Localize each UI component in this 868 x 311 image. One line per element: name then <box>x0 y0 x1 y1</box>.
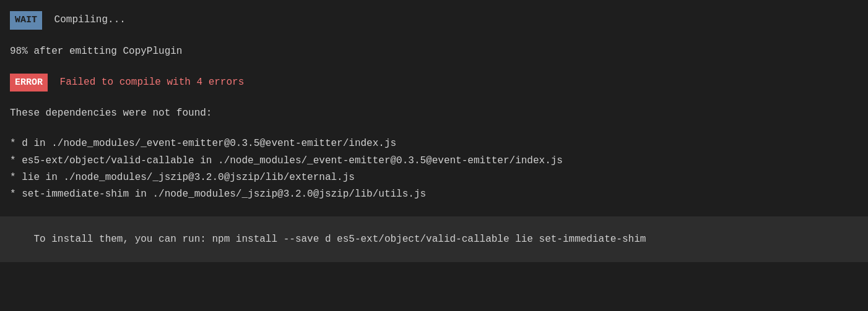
dep-item-text-4: * set-immediate-shim in ./node_modules/_… <box>10 186 426 203</box>
dep-item-4: * set-immediate-shim in ./node_modules/_… <box>10 186 858 203</box>
dep-item-text-3: * lie in ./node_modules/_jszip@3.2.0@jsz… <box>10 169 355 186</box>
deps-header-text: These dependencies were not found: <box>10 105 212 122</box>
error-badge: ERROR <box>10 74 48 92</box>
install-line: To install them, you can run: npm instal… <box>0 216 868 262</box>
terminal-output: WAIT Compiling... 98% after emitting Cop… <box>0 0 868 311</box>
percent-text: 98% after emitting CopyPlugin <box>10 43 182 60</box>
error-message: Failed to compile with 4 errors <box>54 74 244 91</box>
dep-item-text-1: * d in ./node_modules/_event-emitter@0.3… <box>10 135 396 152</box>
dep-item-text-2: * es5-ext/object/valid-callable in ./nod… <box>10 153 563 169</box>
dep-item-3: * lie in ./node_modules/_jszip@3.2.0@jsz… <box>10 169 858 186</box>
wait-line: WAIT Compiling... <box>10 11 858 30</box>
compiling-text: Compiling... <box>48 12 126 28</box>
percent-line: 98% after emitting CopyPlugin <box>10 43 858 60</box>
install-text: To install them, you can run: npm instal… <box>33 234 646 245</box>
deps-header: These dependencies were not found: <box>10 105 858 122</box>
dep-item-2: * es5-ext/object/valid-callable in ./nod… <box>10 153 858 169</box>
wait-badge: WAIT <box>10 11 42 30</box>
dep-item-1: * d in ./node_modules/_event-emitter@0.3… <box>10 135 858 152</box>
error-line: ERROR Failed to compile with 4 errors <box>10 74 858 92</box>
